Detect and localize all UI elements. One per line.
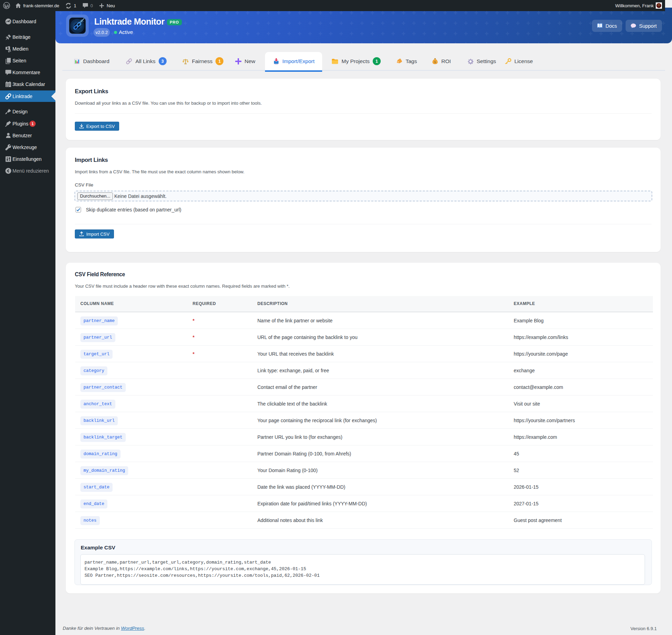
svg-text:$: $: [434, 60, 436, 64]
